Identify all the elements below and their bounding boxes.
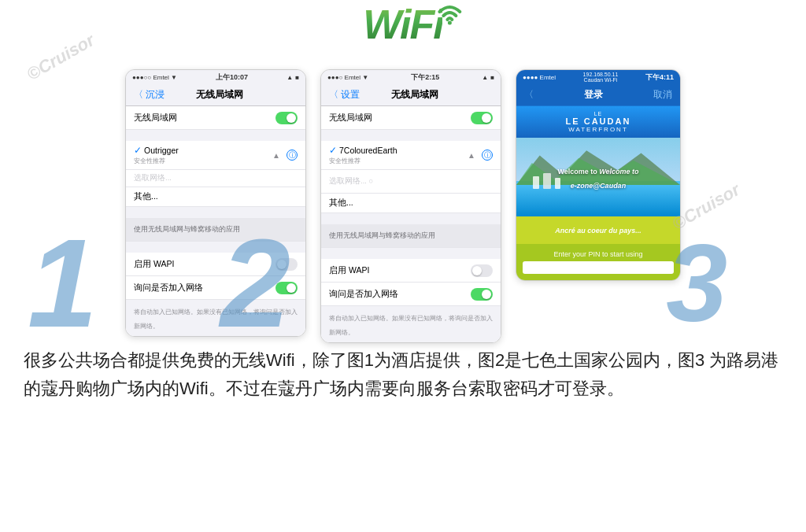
phone2-wifi-label: 无线局域网 [329, 113, 372, 124]
phone2-network-row[interactable]: ✓ 7ColouredEarth 安全性推荐 ▲ ⓘ [321, 141, 501, 170]
description-text: 很多公共场合都提供免费的无线Wifi，除了图1为酒店提供，图2是七色土国家公园内… [24, 346, 782, 404]
phone2-gap2 [321, 213, 501, 224]
phone2-selecting-label: 选取网络... ○ [329, 176, 373, 187]
phone2-wapi-row[interactable]: 启用 WAPI [321, 259, 501, 283]
phone2-status-bar: ●●●○ Emtel ▼ 下午2:15 ▲ ■ [321, 70, 501, 84]
phone3-time: 下午4:11 [645, 72, 674, 83]
phone2-info-button[interactable]: ⓘ [482, 150, 493, 161]
caudan-ad-text: Ancré au coeur du pays... [555, 227, 641, 235]
caudan-le: LE [519, 111, 677, 116]
phone2-wifi-strength-icon: ▲ [468, 151, 475, 160]
phone1-wapi-row[interactable]: 启用 WAPI [126, 253, 305, 276]
phone3-status-bar: ●●●● Emtel 192.168.50.11 Caudan Wi-Fi 下午… [516, 70, 680, 84]
phone-3: ●●●● Emtel 192.168.50.11 Caudan Wi-Fi 下午… [516, 69, 681, 281]
phone1-wifi-toggle[interactable] [275, 112, 298, 124]
phone2-apps-label: 使用无线局域网与蜂窝移动的应用 [329, 231, 435, 241]
phone2-network-right: ▲ ⓘ [468, 150, 493, 161]
phone1-network-right: ▲ ⓘ [272, 150, 298, 161]
caudan-header: LE LE CAUDAN WATERFRONT [516, 106, 680, 138]
phone1-network-name: Outrigger [144, 146, 179, 155]
phone2-ask-row[interactable]: 询问是否加入网络 [321, 283, 501, 306]
phone1-placeholder: 选取网络... [126, 170, 305, 187]
phone3-nav: 〈 登录 取消 [516, 84, 680, 106]
phone2-gap3 [321, 248, 501, 259]
image-area: ©Cruisor ©Cruisor WiFi 1 2 3 [0, 0, 806, 331]
phone2-other[interactable]: 其他... [321, 194, 501, 213]
phone1-wapi-label: 启用 WAPI [134, 259, 174, 270]
phone2-nav: 〈 设置 无线局域网 [321, 84, 501, 106]
caudan-ad: Ancré au coeur du pays... [516, 216, 680, 244]
phone1-network-row[interactable]: ✓ Outrigger 安全性推荐 ▲ ⓘ [126, 141, 305, 170]
phone1-status-bar: ●●●○○ Emtel ▼ 上午10:07 ▲ ■ [126, 70, 305, 84]
phone3-cancel[interactable]: 取消 [653, 88, 672, 102]
phone1-network-left: ✓ Outrigger 安全性推荐 [134, 145, 179, 165]
phone1-battery: ▲ ■ [287, 74, 299, 81]
phone1-ask-label: 询问是否加入网络 [134, 283, 203, 294]
svg-point-0 [448, 21, 452, 25]
phone2-wapi-toggle[interactable] [471, 264, 493, 277]
phone2-checkmark: ✓ [329, 145, 337, 156]
phone1-ask-row[interactable]: 询问是否加入网络 [126, 276, 305, 300]
phone2-wifi-toggle[interactable] [471, 112, 493, 124]
caudan-pin-label: Enter your PIN to start using [523, 250, 674, 258]
phone2-apps-row: 使用无线局域网与蜂窝移动的应用 [321, 224, 501, 248]
wifi-logo-text: WiFi [363, 2, 442, 47]
main-container: ©Cruisor ©Cruisor WiFi 1 2 3 [0, 0, 806, 532]
phone3-carrier: ●●●● Emtel [523, 74, 556, 81]
phone1-wifi-row[interactable]: 无线局域网 [126, 106, 305, 130]
phone-1: ●●●○○ Emtel ▼ 上午10:07 ▲ ■ 〈 沉浸 无线局域网 [125, 69, 306, 337]
caudan-logo-line2: WATERFRONT [519, 126, 677, 133]
wifi-logo: WiFi [363, 4, 442, 45]
phone2-settings: 无线局域网 ✓ 7ColouredEarth 安全性推荐 [321, 106, 501, 342]
phone-2: ●●●○ Emtel ▼ 下午2:15 ▲ ■ 〈 设置 无线局域网 [320, 69, 501, 343]
phone2-back[interactable]: 〈 设置 [329, 88, 360, 102]
phone1-gap3 [126, 242, 305, 253]
caudan-pin-area: Enter your PIN to start using [516, 244, 680, 280]
phone2-gap1 [321, 130, 501, 141]
phone3-center-status: 192.168.50.11 Caudan Wi-Fi [583, 72, 619, 83]
caudan-image-area: Welcome to Welcome to e-zone@Caudan [516, 138, 680, 216]
phone1-network-sub: 安全性推荐 [134, 157, 179, 165]
phone2-selecting-row: 选取网络... ○ [321, 170, 501, 194]
phone1-other[interactable]: 其他... [126, 187, 305, 207]
text-area: 很多公共场合都提供免费的无线Wifi，除了图1为酒店提供，图2是七色土国家公园内… [0, 331, 806, 532]
phone2-wifi-row[interactable]: 无线局域网 [321, 106, 501, 130]
phone1-nav: 〈 沉浸 无线局域网 [126, 84, 305, 106]
phone2-footnote: 将自动加入已知网络。如果没有已知网络，将询问是否加入新网络。 [321, 306, 501, 342]
phone3-ip: 192.168.50.11 [583, 72, 619, 77]
phone2-ask-toggle[interactable] [471, 288, 493, 301]
caudan-welcome-text: Welcome to Welcome to e-zone@Caudan [557, 163, 639, 191]
wifi-signal-icon [435, 0, 465, 35]
phone1-apps-row: 使用无线局域网与蜂窝移动的应用 [126, 218, 305, 242]
phone2-nav-title: 无线局域网 [391, 88, 438, 102]
phone1-footnote: 将自动加入已知网络。如果没有已知网络，将询问是否加入新网络。 [126, 300, 305, 336]
phone1-gap2 [126, 207, 305, 218]
phone2-battery: ▲ ■ [482, 74, 494, 81]
phone-container: ●●●○○ Emtel ▼ 上午10:07 ▲ ■ 〈 沉浸 无线局域网 [16, 69, 790, 343]
phone1-wifi-label: 无线局域网 [134, 113, 177, 124]
phone1-time: 上午10:07 [216, 72, 248, 83]
phone2-network-name: 7ColouredEarth [339, 146, 397, 155]
phone1-back[interactable]: 〈 沉浸 [134, 88, 165, 102]
phone1-wifi-strength-icon: ▲ [272, 151, 280, 160]
phone1-checkmark: ✓ [134, 145, 142, 156]
phone1-gap1 [126, 130, 305, 141]
phone3-network: Caudan Wi-Fi [583, 77, 619, 83]
phone2-time: 下午2:15 [411, 72, 439, 83]
phone2-carrier: ●●●○ Emtel ▼ [327, 74, 368, 81]
phone2-network-left: ✓ 7ColouredEarth 安全性推荐 [329, 145, 397, 165]
phone1-apps-label: 使用无线局域网与蜂窝移动的应用 [134, 224, 240, 235]
caudan-logo-line1: LE CAUDAN [519, 116, 677, 126]
phone1-nav-title: 无线局域网 [196, 88, 243, 102]
phone2-network-sub: 安全性推荐 [329, 157, 397, 165]
phone1-settings: 无线局域网 ✓ Outrigger 安全性推荐 [126, 106, 305, 336]
phone1-ask-toggle[interactable] [275, 282, 298, 294]
phone1-carrier: ●●●○○ Emtel ▼ [132, 74, 177, 81]
phone1-info-button[interactable]: ⓘ [287, 150, 298, 161]
phone3-nav-title: 登录 [584, 88, 603, 102]
phone2-ask-label: 询问是否加入网络 [329, 289, 398, 300]
phone1-wapi-toggle[interactable] [275, 258, 298, 271]
caudan-pin-input[interactable] [523, 261, 674, 274]
phone3-back[interactable]: 〈 [524, 88, 534, 102]
phone2-wapi-label: 启用 WAPI [329, 265, 369, 276]
